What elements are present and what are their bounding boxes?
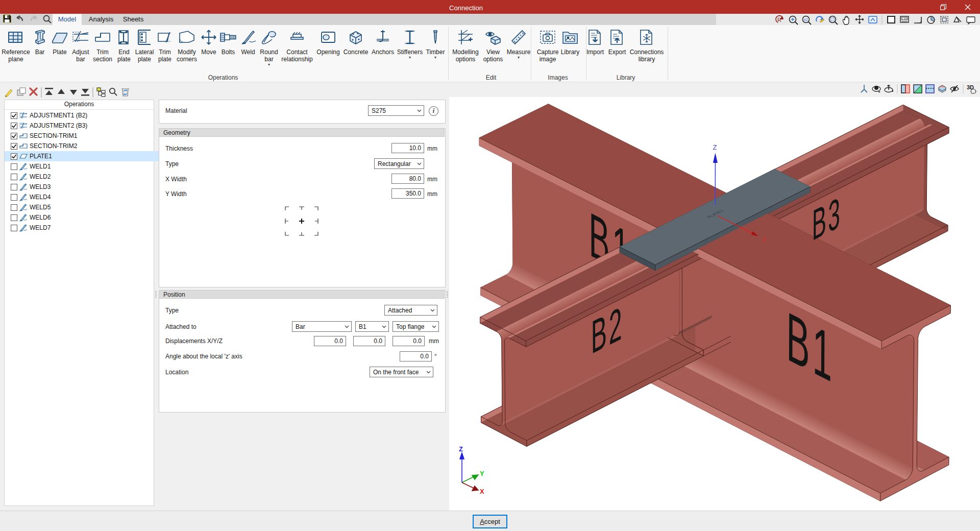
svg-text:x2: x2 xyxy=(804,18,808,21)
svg-text:Y: Y xyxy=(480,470,484,477)
svg-text:X: X xyxy=(763,237,766,243)
svg-text:Z: Z xyxy=(713,143,717,151)
svg-text:R: R xyxy=(777,17,781,23)
svg-text:1.00: 1.00 xyxy=(902,17,908,20)
svg-text:Z: Z xyxy=(459,445,463,453)
svg-text:X: X xyxy=(480,488,484,495)
